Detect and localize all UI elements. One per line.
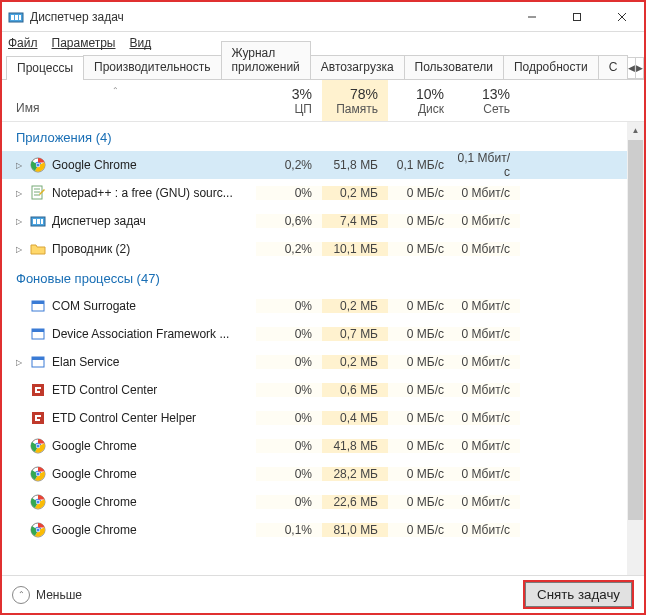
col-disk-label: Диск	[418, 102, 444, 116]
memory-cell: 10,1 МБ	[322, 242, 388, 256]
table-row[interactable]: ▷ETD Control Center0%0,6 МБ0 МБ/с0 Мбит/…	[2, 376, 627, 404]
table-row[interactable]: ▷Google Chrome0%22,6 МБ0 МБ/с0 Мбит/с	[2, 488, 627, 516]
tab-app-history[interactable]: Журнал приложений	[221, 41, 311, 79]
folder-icon	[30, 241, 46, 257]
tabstrip: Процессы Производительность Журнал прило…	[2, 54, 644, 80]
memory-cell: 51,8 МБ	[322, 158, 388, 172]
column-headers: ⌃ Имя 3% ЦП 78% Память 10% Диск 13% Сеть	[2, 80, 644, 122]
process-name: Google Chrome	[52, 439, 137, 453]
process-name: Google Chrome	[52, 467, 137, 481]
network-cell: 0 Мбит/с	[454, 299, 520, 313]
expand-icon[interactable]: ▷	[14, 358, 24, 367]
disk-cell: 0 МБ/с	[388, 411, 454, 425]
network-cell: 0 Мбит/с	[454, 439, 520, 453]
exe-icon	[30, 298, 46, 314]
table-row[interactable]: ▷ETD Control Center Helper0%0,4 МБ0 МБ/с…	[2, 404, 627, 432]
disk-cell: 0 МБ/с	[388, 214, 454, 228]
table-row[interactable]: ▷Notepad++ : a free (GNU) sourc...0%0,2 …	[2, 179, 627, 207]
network-cell: 0 Мбит/с	[454, 467, 520, 481]
table-row[interactable]: ▷Google Chrome0,1%81,0 МБ0 МБ/с0 Мбит/с	[2, 516, 627, 544]
minimize-button[interactable]	[509, 3, 554, 31]
network-cell: 0,1 Мбит/с	[454, 151, 520, 179]
expand-icon[interactable]: ▷	[14, 217, 24, 226]
end-task-button[interactable]: Снять задачу	[523, 580, 634, 609]
cpu-cell: 0,2%	[256, 158, 322, 172]
chrome-icon	[30, 438, 46, 454]
tab-processes[interactable]: Процессы	[6, 56, 84, 80]
process-table-body: Приложения (4)▷Google Chrome0,2%51,8 МБ0…	[2, 122, 644, 597]
expand-icon[interactable]: ▷	[14, 189, 24, 198]
svg-rect-1	[11, 15, 14, 20]
disk-cell: 0 МБ/с	[388, 299, 454, 313]
chrome-icon	[30, 494, 46, 510]
menu-view[interactable]: Вид	[129, 36, 151, 50]
col-net-header[interactable]: 13% Сеть	[454, 80, 520, 121]
sort-indicator-icon: ⌃	[112, 86, 119, 95]
disk-cell: 0 МБ/с	[388, 495, 454, 509]
table-row[interactable]: ▷Device Association Framework ...0%0,7 М…	[2, 320, 627, 348]
etd-icon	[30, 410, 46, 426]
expand-icon[interactable]: ▷	[14, 161, 24, 170]
memory-cell: 0,4 МБ	[322, 411, 388, 425]
tab-details[interactable]: Подробности	[503, 55, 599, 79]
tab-startup[interactable]: Автозагрузка	[310, 55, 405, 79]
menubar: Файл Параметры Вид	[2, 32, 644, 54]
col-name-header[interactable]: ⌃ Имя	[2, 80, 256, 121]
table-row[interactable]: ▷Диспетчер задач0,6%7,4 МБ0 МБ/с0 Мбит/с	[2, 207, 627, 235]
disk-cell: 0 МБ/с	[388, 523, 454, 537]
cpu-cell: 0%	[256, 383, 322, 397]
table-row[interactable]: ▷Elan Service0%0,2 МБ0 МБ/с0 Мбит/с	[2, 348, 627, 376]
table-row[interactable]: ▷Google Chrome0%41,8 МБ0 МБ/с0 Мбит/с	[2, 432, 627, 460]
memory-cell: 0,6 МБ	[322, 383, 388, 397]
col-net-label: Сеть	[483, 102, 510, 116]
maximize-button[interactable]	[554, 3, 599, 31]
table-row[interactable]: ▷Проводник (2)0,2%10,1 МБ0 МБ/с0 Мбит/с	[2, 235, 627, 263]
expand-icon[interactable]: ▷	[14, 245, 24, 254]
menu-options[interactable]: Параметры	[52, 36, 116, 50]
process-name: Google Chrome	[52, 158, 137, 172]
col-cpu-label: ЦП	[294, 102, 312, 116]
menu-file[interactable]: Файл	[8, 36, 38, 50]
exe-icon	[30, 354, 46, 370]
scroll-thumb[interactable]	[628, 140, 643, 520]
tab-users[interactable]: Пользователи	[404, 55, 504, 79]
disk-cell: 0 МБ/с	[388, 383, 454, 397]
disk-cell: 0 МБ/с	[388, 439, 454, 453]
cpu-cell: 0%	[256, 495, 322, 509]
process-name: Elan Service	[52, 355, 119, 369]
process-name: Device Association Framework ...	[52, 327, 229, 341]
network-cell: 0 Мбит/с	[454, 214, 520, 228]
table-row[interactable]: ▷Google Chrome0%28,2 МБ0 МБ/с0 Мбит/с	[2, 460, 627, 488]
disk-cell: 0 МБ/с	[388, 242, 454, 256]
vertical-scrollbar[interactable]: ▲ ▼	[627, 122, 644, 597]
cpu-cell: 0,6%	[256, 214, 322, 228]
table-row[interactable]: ▷Google Chrome0,2%51,8 МБ0,1 МБ/с0,1 Мби…	[2, 151, 627, 179]
tab-services-truncated[interactable]: С	[598, 55, 629, 79]
col-cpu-header[interactable]: 3% ЦП	[256, 80, 322, 121]
col-memory-header[interactable]: 78% Память	[322, 80, 388, 121]
disk-cell: 0 МБ/с	[388, 355, 454, 369]
memory-cell: 41,8 МБ	[322, 439, 388, 453]
etd-icon	[30, 382, 46, 398]
taskmgr-icon	[8, 9, 24, 25]
col-disk-pct: 10%	[416, 86, 444, 102]
scroll-up-button[interactable]: ▲	[627, 122, 644, 139]
group-background-header: Фоновые процессы (47)	[2, 263, 627, 292]
close-button[interactable]	[599, 3, 644, 31]
table-row[interactable]: ▷COM Surrogate0%0,2 МБ0 МБ/с0 Мбит/с	[2, 292, 627, 320]
process-name: COM Surrogate	[52, 299, 136, 313]
chrome-icon	[30, 157, 46, 173]
process-name: Диспетчер задач	[52, 214, 146, 228]
tab-performance[interactable]: Производительность	[83, 55, 221, 79]
fewer-details-button[interactable]: ⌃ Меньше	[12, 586, 82, 604]
network-cell: 0 Мбит/с	[454, 242, 520, 256]
network-cell: 0 Мбит/с	[454, 355, 520, 369]
notepad-icon	[30, 185, 46, 201]
chrome-icon	[30, 466, 46, 482]
cpu-cell: 0%	[256, 439, 322, 453]
memory-cell: 0,2 МБ	[322, 355, 388, 369]
memory-cell: 0,2 МБ	[322, 299, 388, 313]
col-mem-pct: 78%	[350, 86, 378, 102]
col-disk-header[interactable]: 10% Диск	[388, 80, 454, 121]
tabs-scroll-right[interactable]: ▶	[635, 57, 644, 79]
